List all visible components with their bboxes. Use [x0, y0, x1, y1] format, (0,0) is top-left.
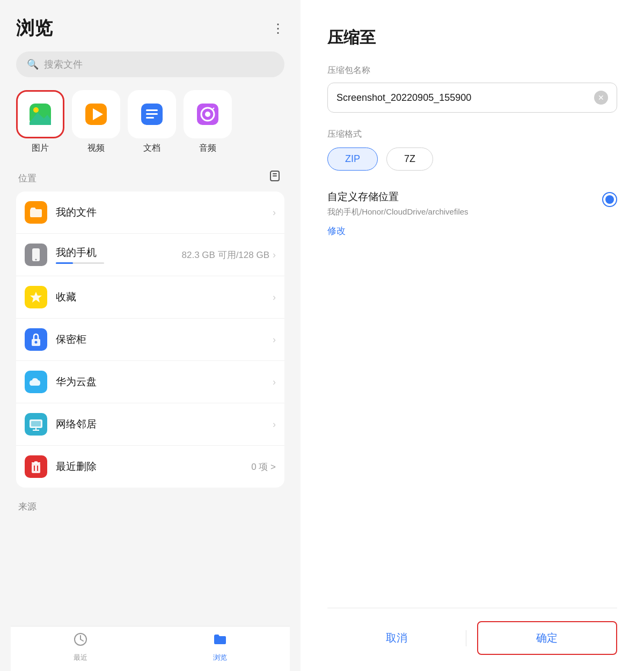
my-phone-name: 我的手机: [56, 247, 97, 258]
recently-deleted-count: 0 项 >: [251, 461, 276, 473]
category-video[interactable]: 视频: [72, 90, 120, 154]
custom-storage-left: 自定义存储位置 我的手机/Honor/CloudDrive/archivefil…: [327, 190, 469, 217]
cancel-button[interactable]: 取消: [327, 622, 466, 654]
format-zip-button[interactable]: ZIP: [327, 148, 378, 171]
svg-rect-18: [273, 173, 277, 174]
list-item-recently-deleted[interactable]: 最近删除 0 项 >: [16, 446, 284, 488]
clock-icon: [73, 632, 88, 647]
favorites-chevron: ›: [273, 292, 276, 303]
svg-marker-23: [30, 292, 42, 303]
custom-storage-section: 自定义存储位置 我的手机/Honor/CloudDrive/archivefil…: [327, 190, 617, 217]
my-files-icon: [25, 201, 47, 224]
source-section: 来源: [11, 500, 290, 513]
action-row: 取消 确定: [327, 608, 617, 671]
audio-icon: [194, 101, 221, 128]
panel-header: 浏览 ⋮: [11, 16, 290, 41]
my-phone-storage: 82.3 GB 可用/128 GB: [182, 249, 269, 261]
list-item-network[interactable]: 网络邻居 ›: [16, 403, 284, 446]
phone-icon: [30, 248, 42, 262]
broom-icon: [267, 169, 282, 184]
audio-icon-box: [184, 90, 232, 138]
recently-deleted-name: 最近删除: [56, 461, 97, 472]
name-input-row[interactable]: Screenshot_20220905_155900 ✕: [327, 83, 617, 113]
huawei-cloud-icon: [25, 371, 47, 393]
format-row: ZIP 7Z: [327, 148, 617, 171]
cloud-icon: [28, 376, 43, 388]
radio-inner: [605, 195, 614, 204]
clean-icon[interactable]: [267, 169, 282, 187]
recently-deleted-content: 最近删除: [56, 460, 243, 474]
custom-storage-title: 自定义存储位置: [327, 190, 469, 204]
audio-label: 音频: [199, 143, 216, 154]
bottom-tab-bar: 最近 浏览: [11, 626, 290, 671]
tab-browse[interactable]: 浏览: [150, 632, 290, 662]
recent-tab-label: 最近: [74, 653, 87, 662]
star-icon: [29, 290, 43, 304]
location-list: 我的文件 › 我的手机 82.3 GB 可用/128 GB ›: [16, 191, 284, 488]
images-label: 图片: [32, 143, 49, 154]
huawei-cloud-content: 华为云盘: [56, 375, 264, 389]
svg-point-15: [205, 112, 210, 117]
my-files-content: 我的文件: [56, 205, 264, 219]
network-name: 网络邻居: [56, 418, 97, 430]
more-icon[interactable]: ⋮: [272, 21, 284, 36]
list-item-favorites[interactable]: 收藏 ›: [16, 276, 284, 319]
recent-tab-icon: [73, 632, 88, 651]
huawei-cloud-name: 华为云盘: [56, 376, 97, 387]
modify-link[interactable]: 修改: [327, 225, 617, 237]
svg-rect-30: [32, 463, 40, 473]
svg-point-22: [35, 259, 37, 261]
my-files-name: 我的文件: [56, 207, 97, 218]
trash-icon: [30, 459, 42, 474]
folder-tab-icon: [213, 632, 228, 647]
custom-storage-radio[interactable]: [602, 192, 617, 207]
svg-rect-11: [146, 117, 154, 119]
my-phone-icon: [25, 244, 47, 266]
safe-chevron: ›: [273, 334, 276, 345]
lock-icon: [30, 333, 42, 346]
svg-point-2: [33, 107, 39, 113]
svg-line-37: [80, 639, 83, 641]
category-docs[interactable]: 文档: [128, 90, 176, 154]
tab-recent[interactable]: 最近: [11, 632, 150, 662]
list-item-huawei-cloud[interactable]: 华为云盘 ›: [16, 361, 284, 403]
name-field-label: 压缩包名称: [327, 65, 617, 76]
left-panel: 浏览 ⋮ 🔍 搜索文件 图片: [0, 0, 301, 671]
my-phone-content: 我的手机: [56, 246, 173, 264]
list-item-my-files[interactable]: 我的文件 ›: [16, 191, 284, 234]
source-title: 来源: [18, 502, 36, 512]
confirm-button[interactable]: 确定: [477, 621, 618, 655]
video-icon-box: [72, 90, 120, 138]
action-divider: [466, 630, 466, 646]
list-item-my-phone[interactable]: 我的手机 82.3 GB 可用/128 GB ›: [16, 234, 284, 276]
huawei-cloud-chevron: ›: [273, 377, 276, 388]
images-icon-box: [16, 90, 64, 138]
network-content: 网络邻居: [56, 417, 264, 431]
search-icon: 🔍: [27, 58, 39, 70]
docs-icon: [138, 101, 165, 128]
list-item-safe[interactable]: 保密柜 ›: [16, 319, 284, 361]
category-audio[interactable]: 音频: [184, 90, 232, 154]
favorites-icon: [25, 286, 47, 308]
safe-name: 保密柜: [56, 334, 86, 345]
search-placeholder: 搜索文件: [44, 58, 83, 71]
my-files-chevron: ›: [273, 207, 276, 218]
right-panel: 压缩至 压缩包名称 Screenshot_20220905_155900 ✕ 压…: [301, 0, 644, 671]
location-section-header: 位置: [11, 169, 290, 187]
browse-tab-icon: [213, 632, 228, 651]
browse-tab-label: 浏览: [213, 653, 227, 662]
location-title: 位置: [18, 172, 36, 185]
format-7z-button[interactable]: 7Z: [386, 148, 433, 171]
clear-name-button[interactable]: ✕: [594, 91, 608, 105]
panel-title: 浏览: [16, 16, 53, 41]
safe-icon: [25, 328, 47, 351]
custom-storage-path: 我的手机/Honor/CloudDrive/archivefiles: [327, 207, 469, 217]
network-icon: [25, 413, 47, 436]
video-icon: [83, 101, 109, 128]
svg-point-25: [35, 341, 38, 344]
storage-bar: [56, 262, 104, 264]
docs-label: 文档: [143, 143, 160, 154]
svg-rect-29: [31, 421, 41, 426]
category-images[interactable]: 图片: [16, 90, 64, 154]
search-bar[interactable]: 🔍 搜索文件: [16, 51, 284, 77]
